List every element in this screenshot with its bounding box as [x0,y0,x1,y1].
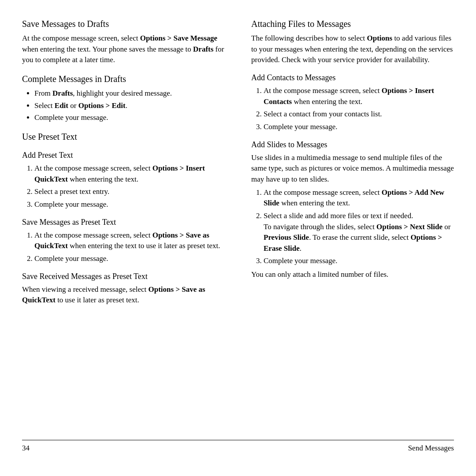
list-item: Complete your message. [264,256,454,267]
add-preset-list: At the compose message screen, select Op… [34,163,225,210]
drafts-bold: Drafts [52,89,73,97]
save-received-bold: Options > Save as QuickText [22,285,205,305]
prev-slide-bold: Previous Slide [264,233,309,242]
section-subtitle-add-slides: Add Slides to Messages [251,139,454,150]
insert-contacts-bold: Options > Insert Contacts [264,86,434,106]
page: Save Messages to Drafts At the compose m… [0,0,476,476]
save-drafts-bold2: Drafts [193,45,213,53]
save-quicktext-bold: Options > Save as QuickText [34,231,209,250]
list-item: Complete your message. [264,122,454,133]
add-slides-list: At the compose message screen, select Op… [264,187,454,267]
section-title-complete-drafts: Complete Messages in Drafts [22,73,225,86]
complete-drafts-list: From Drafts, highlight your desired mess… [34,88,225,123]
section-attaching-files: Attaching Files to Messages The followin… [251,18,454,66]
attach-limit-note: You can only attach a limited number of … [251,269,454,280]
add-slides-para: Use slides in a multimedia message to se… [251,152,454,185]
section-title-use-preset: Use Preset Text [22,130,225,143]
section-subtitle-save-preset: Save Messages as Preset Text [22,216,225,228]
page-number: 34 [22,443,30,454]
section-save-drafts: Save Messages to Drafts At the compose m… [22,18,225,66]
list-item: Complete your message. [34,112,225,123]
section-complete-drafts: Complete Messages in Drafts From Drafts,… [22,73,225,123]
options-bold: Options [367,34,393,42]
list-item: At the compose message screen, select Op… [34,230,225,252]
right-column: Attaching Files to Messages The followin… [247,18,454,435]
save-drafts-para: At the compose message screen, select Op… [22,33,225,66]
section-add-slides: Add Slides to Messages Use slides in a m… [251,139,454,280]
list-item: Select a slide and add more files or tex… [264,211,454,254]
footer-section-name: Send Messages [408,443,454,454]
section-save-received: Save Received Messages as Preset Text Wh… [22,271,225,306]
page-footer: 34 Send Messages [22,440,454,454]
save-drafts-bold1: Options > Save Message [140,34,217,42]
section-title-attaching: Attaching Files to Messages [251,18,454,30]
insert-quicktext-bold: Options > Insert QuickText [34,164,205,183]
content-area: Save Messages to Drafts At the compose m… [22,18,454,435]
list-item: Complete your message. [34,253,225,264]
section-add-preset: Add Preset Text At the compose message s… [22,149,225,210]
list-item: At the compose message screen, select Op… [264,187,454,209]
add-contacts-list: At the compose message screen, select Op… [264,86,454,133]
section-save-preset: Save Messages as Preset Text At the comp… [22,216,225,264]
section-use-preset: Use Preset Text [22,130,225,143]
add-new-slide-bold: Options > Add New Slide [264,188,444,208]
section-subtitle-save-received: Save Received Messages as Preset Text [22,271,225,282]
save-preset-list: At the compose message screen, select Op… [34,230,225,264]
section-add-contacts: Add Contacts to Messages At the compose … [251,72,454,133]
section-title-save-drafts: Save Messages to Drafts [22,18,225,30]
edit-bold: Edit [55,101,68,110]
list-item: Select Edit or Options > Edit. [34,100,225,112]
list-item: Select a contact from your contacts list… [264,109,454,120]
next-slide-bold: Options > Next Slide [376,223,443,231]
save-received-para: When viewing a received message, select … [22,284,225,306]
section-subtitle-add-preset: Add Preset Text [22,149,225,161]
list-item: At the compose message screen, select Op… [264,86,454,107]
attaching-files-para: The following describes how to select Op… [251,33,454,66]
list-item: From Drafts, highlight your desired mess… [34,88,225,99]
section-subtitle-add-contacts: Add Contacts to Messages [251,72,454,83]
subnote-text: To navigate through the slides, select O… [264,223,451,253]
list-item: Select a preset text entry. [34,186,225,197]
list-item: At the compose message screen, select Op… [34,163,225,185]
left-column: Save Messages to Drafts At the compose m… [22,18,229,435]
options-edit-bold: Options > Edit [78,101,126,110]
list-item: Complete your message. [34,199,225,210]
